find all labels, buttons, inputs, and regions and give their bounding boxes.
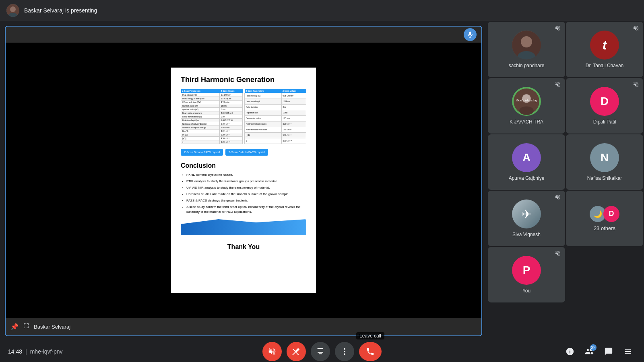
activities-button[interactable] — [620, 343, 636, 360]
presentation-area: Third Harmonic Generation Z-Scan Paramet… — [0, 21, 487, 341]
conclusion-item-5: PAZS & PACS destroys the grown bacteria. — [186, 198, 306, 203]
slide-page: Third Harmonic Generation Z-Scan Paramet… — [171, 68, 316, 293]
participant-tile-sachin: sachin pandhare — [488, 22, 565, 77]
participant-name-tanaji: Dr. Tanaji Chavan — [586, 63, 624, 68]
participants-sidebar: sachin pandhare t Dr. Tanaji Chavan God'… — [487, 21, 644, 341]
main-content: Third Harmonic Generation Z-Scan Paramet… — [0, 21, 644, 341]
participant-name-you: You — [522, 288, 530, 294]
meeting-separator: | — [25, 348, 27, 355]
conclusion-item-4: Hardness studies are made on the smooth … — [186, 192, 306, 197]
conclusion-title: Conclusion — [181, 162, 306, 169]
participant-tile-kjaya: God's blessing K JAYACHITRA — [488, 78, 565, 134]
audio-indicator — [464, 28, 477, 41]
slide-footer: 📌 Baskar Selvaraj — [6, 318, 481, 335]
leave-call-tooltip: Leave call — [356, 332, 384, 339]
avatar-you: P — [512, 256, 541, 285]
presenter-avatar — [6, 4, 19, 17]
thank-you-text: Thank You — [181, 235, 306, 255]
avatar-apurva: A — [512, 143, 541, 172]
conclusion-item-2: FTIR analysis to study the functional gr… — [186, 179, 306, 184]
video-button[interactable] — [287, 342, 306, 361]
svg-rect-3 — [469, 32, 471, 35]
mute-icon-you — [555, 250, 561, 258]
bottom-bar: 14:48 | mhe-iqvf-pnv Leave call — [0, 341, 644, 362]
participant-tile-dipali: D Dipali Patil — [566, 78, 643, 134]
participant-tile-nafisa: N Nafisa Shikalkar — [566, 134, 643, 190]
slide-wave — [181, 219, 306, 235]
mute-icon-tanaji — [633, 25, 639, 33]
participant-name-others: 23 others — [594, 225, 615, 231]
svg-point-11 — [519, 106, 534, 115]
avatar-siva: ✈ — [512, 200, 541, 228]
slide-tables: Z-Scan ParametersZ-Scan Values Peak inte… — [181, 89, 306, 144]
btn-pazs[interactable]: Z-Scan Data to PAZS crystal — [181, 149, 223, 156]
call-controls: Leave call — [262, 342, 382, 361]
slide-footer-presenter: Baskar Selvaraj — [34, 324, 70, 330]
btn-pacs[interactable]: Z-Scan Data to PACS crystal — [225, 149, 268, 156]
svg-point-13 — [344, 348, 345, 350]
mute-icon-kjaya — [555, 81, 561, 89]
leave-call-button[interactable]: Leave call — [359, 342, 382, 361]
participant-name-siva: Siva Vignesh — [512, 232, 541, 237]
conclusion-section: Conclusion PXRD confirm crystalline natu… — [181, 162, 306, 214]
avatar-kjaya: God's blessing — [512, 87, 541, 116]
avatar-dipali: D — [590, 87, 619, 116]
participant-name-dipali: Dipali Patil — [593, 119, 616, 125]
meeting-info: 14:48 | mhe-iqvf-pnv — [8, 348, 63, 355]
more-options-button[interactable] — [335, 342, 354, 361]
people-badge: 32 — [590, 344, 597, 351]
conclusion-list: PXRD confirm crystalline nature. FTIR an… — [181, 173, 306, 214]
participant-tile-siva: ✈ Siva Vignesh — [488, 191, 565, 246]
slide-content: Third Harmonic Generation Z-Scan Paramet… — [6, 43, 481, 318]
chat-button[interactable] — [601, 343, 617, 360]
avatar-sachin — [512, 31, 541, 60]
participant-name-apurva: Apurva Gajbhiye — [509, 175, 545, 181]
others-avatar-d: D — [603, 206, 619, 222]
pin-icon[interactable]: 📌 — [10, 323, 19, 331]
slide-container: Third Harmonic Generation Z-Scan Paramet… — [5, 26, 482, 336]
participant-tile-you: P You — [488, 247, 565, 302]
avatar-nafisa: N — [590, 143, 619, 172]
slide-table-1: Z-Scan ParametersZ-Scan Values Peak inte… — [181, 89, 243, 144]
participant-tile-tanaji: t Dr. Tanaji Chavan — [566, 22, 643, 77]
header: Baskar Selvaraj is presenting — [0, 0, 644, 21]
conclusion-item-6: Z-scan study confirm the third order opt… — [186, 205, 306, 214]
mute-icon-sachin — [555, 25, 561, 33]
right-controls: 32 — [562, 343, 636, 360]
others-avatar-stack: 🌙 D — [590, 206, 619, 222]
meeting-code: mhe-iqvf-pnv — [30, 348, 63, 355]
conclusion-item-1: PXRD confirm crystalline nature. — [186, 173, 306, 177]
present-button[interactable] — [311, 342, 330, 361]
info-button[interactable] — [562, 343, 578, 360]
conclusion-item-3: UV-VIS-NIR analysis to study the transpa… — [186, 185, 306, 190]
expand-icon[interactable] — [23, 322, 30, 331]
slide-header-bar — [6, 27, 481, 43]
svg-point-15 — [344, 354, 345, 355]
slide-buttons[interactable]: Z-Scan Data to PAZS crystal Z-Scan Data … — [181, 149, 306, 156]
svg-point-1 — [10, 6, 16, 12]
mute-button[interactable] — [262, 342, 282, 361]
participant-tile-apurva: A Apurva Gajbhiye — [488, 134, 565, 190]
svg-point-14 — [344, 351, 345, 352]
svg-point-7 — [521, 36, 532, 47]
avatar-tanaji: t — [590, 31, 619, 60]
svg-text:God's blessing: God's blessing — [516, 99, 537, 102]
meeting-time: 14:48 — [8, 348, 22, 355]
participant-name-sachin: sachin pandhare — [509, 63, 545, 68]
mute-icon-siva — [555, 194, 561, 202]
people-button[interactable]: 32 — [581, 343, 597, 360]
participant-name-nafisa: Nafisa Shikalkar — [587, 175, 622, 181]
mute-icon-dipali — [633, 81, 639, 89]
slide-table-2: Z-Scan ParametersZ-Scan Values Peak inte… — [244, 89, 306, 144]
participant-name-kjaya: K JAYACHITRA — [510, 119, 543, 125]
slide-title: Third Harmonic Generation — [181, 76, 306, 84]
presenter-text: Baskar Selvaraj is presenting — [24, 7, 97, 14]
participant-tile-others: 🌙 D 23 others — [566, 191, 643, 246]
